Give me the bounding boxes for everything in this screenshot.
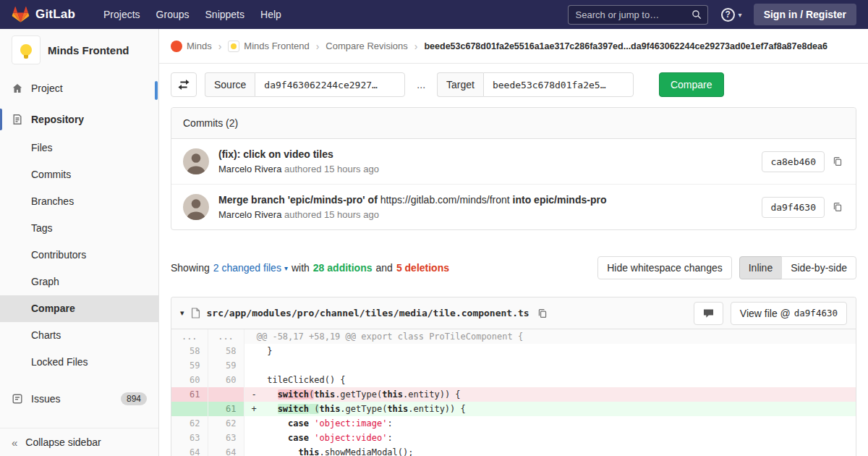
- commit-sha-button[interactable]: ca8eb460: [762, 151, 825, 172]
- old-line-number[interactable]: 60: [171, 373, 208, 387]
- commit-row: Merge branch 'epic/minds-pro' of https:/…: [171, 184, 856, 229]
- diff-line: 61- switch(this.getType(this.entity)) {: [171, 387, 856, 402]
- new-line-number[interactable]: 58: [208, 344, 244, 358]
- inline-view-button[interactable]: Inline: [739, 256, 782, 279]
- new-line-number[interactable]: [208, 387, 244, 402]
- old-line-number[interactable]: 61: [171, 387, 208, 402]
- new-line-number[interactable]: 63: [208, 431, 244, 445]
- sidebar-item-contributors[interactable]: Contributors: [0, 242, 158, 269]
- collapse-sidebar-button[interactable]: « Collapse sidebar: [0, 428, 158, 456]
- commit-title[interactable]: Merge branch 'epic/minds-pro' of https:/…: [218, 194, 752, 206]
- breadcrumb-link-minds[interactable]: Minds: [171, 41, 212, 52]
- view-file-sha: da9f4630: [794, 308, 838, 318]
- brand-name: GitLab: [35, 7, 75, 22]
- minds-group-avatar: [171, 41, 182, 52]
- copy-icon: [537, 308, 548, 318]
- project-header-link[interactable]: Minds Frontend: [0, 29, 158, 70]
- copy-sha-button[interactable]: [831, 155, 844, 168]
- sidebar-item-repository[interactable]: Repository: [0, 106, 158, 132]
- nav-link-projects[interactable]: Projects: [95, 1, 148, 28]
- commits-panel: Commits (2) (fix): click on video tiles …: [171, 107, 856, 230]
- sidebar-item-charts[interactable]: Charts: [0, 322, 158, 349]
- breadcrumb-separator-icon: ›: [414, 41, 418, 52]
- sidebar-item-compare[interactable]: Compare: [0, 295, 158, 322]
- sign-in-button[interactable]: Sign in / Register: [754, 4, 856, 25]
- old-line-number[interactable]: [171, 402, 208, 416]
- nav-link-groups[interactable]: Groups: [148, 1, 197, 28]
- old-line-number[interactable]: 64: [171, 445, 208, 456]
- new-line-number[interactable]: ...: [208, 329, 244, 344]
- sidebar-item-graph[interactable]: Graph: [0, 269, 158, 295]
- diff-table: ...... @@ -58,17 +58,19 @@ export class …: [171, 329, 856, 456]
- changed-files-dropdown[interactable]: 2 changed files ▾: [213, 262, 288, 274]
- old-line-number[interactable]: 58: [171, 344, 208, 358]
- breadcrumb-link-minds-frontend[interactable]: Minds Frontend: [228, 41, 309, 52]
- commit-author[interactable]: Marcelo Rivera: [218, 164, 281, 174]
- new-line-number[interactable]: 60: [208, 373, 244, 387]
- nav-link-snippets[interactable]: Snippets: [197, 1, 252, 28]
- sidebar-item-label: Repository: [31, 114, 84, 125]
- sidebar-item-locked-files[interactable]: Locked Files: [0, 349, 158, 376]
- diff-line: 6363 case 'object:video':: [171, 431, 856, 445]
- sidebar-item-commits[interactable]: Commits: [0, 161, 158, 188]
- compare-button[interactable]: Compare: [659, 72, 724, 97]
- old-line-number[interactable]: 59: [171, 358, 208, 373]
- commit-time: authored 15 hours ago: [284, 164, 379, 174]
- diff-line: 5959: [171, 358, 856, 373]
- showing-label: Showing: [171, 262, 210, 274]
- copy-file-path-button[interactable]: [536, 307, 549, 320]
- target-ref-dropdown[interactable]: beede53c678d01fa2e5…: [483, 72, 634, 97]
- code-line: - switch(this.getType(this.entity)) {: [244, 387, 856, 402]
- diff-line: ...... @@ -58,17 +58,19 @@ export class …: [171, 329, 856, 344]
- copy-sha-button[interactable]: [831, 200, 844, 214]
- code-line: tileClicked() {: [244, 373, 856, 387]
- nav-links: Projects Groups Snippets Help: [95, 1, 289, 28]
- new-line-number[interactable]: 64: [208, 445, 244, 456]
- repository-subnav: FilesCommitsBranchesTagsContributorsGrap…: [0, 135, 158, 376]
- code-line: case 'object:image':: [244, 416, 856, 431]
- source-ref-dropdown[interactable]: da9f463062244ce2927…: [255, 72, 405, 97]
- diff-view-toggle: Inline Side-by-side: [739, 256, 856, 279]
- deletions-count: 5 deletions: [396, 262, 449, 274]
- avatar: [183, 194, 209, 220]
- help-menu[interactable]: ? ▾: [721, 8, 742, 22]
- new-line-number[interactable]: 62: [208, 416, 244, 431]
- old-line-number[interactable]: 63: [171, 431, 208, 445]
- code-line: @@ -58,17 +58,19 @@ export class ProTile…: [244, 329, 856, 344]
- hide-whitespace-button[interactable]: Hide whitespace changes: [597, 256, 732, 279]
- breadcrumb-link-compare-revisions[interactable]: Compare Revisions: [326, 41, 407, 51]
- code-line: [244, 358, 856, 373]
- sidebar-item-project[interactable]: Project: [0, 75, 158, 101]
- commit-title[interactable]: (fix): click on video tiles: [218, 148, 752, 160]
- sidebar-item-issues[interactable]: Issues 894: [0, 386, 158, 412]
- breadcrumb-label: Minds Frontend: [244, 41, 309, 51]
- diff-file-path[interactable]: src/app/modules/pro/channel/tiles/media/…: [207, 308, 529, 318]
- new-line-number[interactable]: 61: [208, 402, 244, 416]
- new-line-number[interactable]: 59: [208, 358, 244, 373]
- sidebar-item-tags[interactable]: Tags: [0, 215, 158, 242]
- sidebar-item-branches[interactable]: Branches: [0, 188, 158, 215]
- old-line-number[interactable]: 62: [171, 416, 208, 431]
- chevron-double-left-icon: «: [12, 437, 17, 448]
- sidebar-item-files[interactable]: Files: [0, 135, 158, 161]
- nav-link-help[interactable]: Help: [252, 1, 289, 28]
- lightbulb-icon: [20, 44, 32, 56]
- with-label: with: [292, 262, 310, 274]
- commit-sha-button[interactable]: da9f4630: [762, 197, 825, 218]
- side-by-side-view-button[interactable]: Side-by-side: [781, 256, 856, 279]
- view-file-button[interactable]: View file @ da9f4630: [731, 302, 847, 325]
- breadcrumb: Minds › Minds Frontend › Compare Revisio…: [159, 29, 868, 64]
- sidebar-nav: Project Repository FilesCommitsBranchesT…: [0, 70, 158, 428]
- toggle-comments-button[interactable]: [694, 302, 723, 325]
- diff-line: 61+ switch (this.getType(this.entity)) {: [171, 402, 856, 416]
- collapse-diff-icon[interactable]: ▾: [180, 308, 184, 318]
- sidebar: Minds Frontend Project Repository FilesC…: [0, 29, 159, 456]
- commit-author[interactable]: Marcelo Rivera: [218, 209, 281, 220]
- swap-revisions-button[interactable]: [171, 72, 197, 97]
- search-input[interactable]: [574, 9, 687, 21]
- code-line: case 'object:video':: [244, 431, 856, 445]
- search-box[interactable]: [568, 5, 708, 25]
- additions-count: 28 additions: [313, 262, 373, 274]
- gitlab-home-link[interactable]: GitLab: [12, 6, 75, 23]
- old-line-number[interactable]: ...: [171, 329, 208, 344]
